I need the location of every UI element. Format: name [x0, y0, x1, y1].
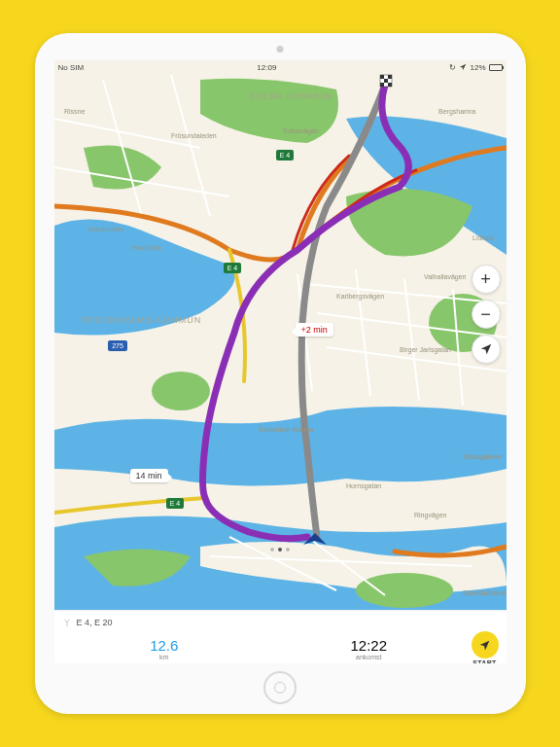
route-name: E 4, E 20: [77, 618, 113, 627]
alt-route-delta: +2 min: [301, 325, 328, 335]
svg-text:E 4: E 4: [169, 500, 180, 507]
svg-text:Årstaviken Marina: Årstaviken Marina: [259, 425, 313, 433]
plus-icon: +: [480, 269, 491, 290]
distance-block: 12.6 km: [62, 637, 267, 660]
status-bar: No SIM 12:09 ↻ 12%: [54, 60, 507, 74]
locate-button[interactable]: [472, 335, 501, 364]
svg-text:Bergshamra: Bergshamra: [438, 108, 475, 116]
map-canvas[interactable]: E 4 E 4 E 4 275 SOLNA KOMMUN STOCKHOLMS …: [54, 60, 507, 610]
best-route-callout[interactable]: 14 min: [130, 469, 168, 482]
svg-text:Birger Jarlsgatan: Birger Jarlsgatan: [400, 346, 451, 354]
svg-text:Ringvägen: Ringvägen: [414, 512, 447, 519]
eta-block: 12:22 ankomst: [266, 637, 472, 660]
svg-rect-4: [384, 79, 388, 83]
area-label-solna: SOLNA KOMMUN: [249, 91, 332, 101]
orientation-lock-icon: ↻: [449, 63, 456, 72]
battery-percent: 12%: [470, 63, 485, 72]
svg-text:Frösundaleden: Frösundaleden: [171, 132, 217, 139]
svg-text:Huvudsta: Huvudsta: [132, 244, 161, 251]
park-centerw: [152, 372, 210, 410]
svg-text:Stadsgården: Stadsgården: [463, 453, 502, 461]
park-seisland: [356, 573, 453, 608]
distance-value: 12.6: [150, 637, 178, 654]
svg-rect-2: [380, 75, 384, 79]
svg-text:E 4: E 4: [227, 265, 237, 271]
distance-unit: km: [159, 654, 168, 660]
svg-rect-5: [380, 83, 384, 87]
svg-text:Lidingö: Lidingö: [472, 234, 495, 242]
status-time: 12:09: [84, 63, 449, 72]
svg-text:Hundudden: Hundudden: [88, 226, 123, 232]
battery-icon: [489, 64, 503, 71]
panel-route-row[interactable]: E 4, E 20: [54, 611, 507, 631]
start-block: START: [472, 631, 499, 663]
best-route-time: 14 min: [136, 471, 162, 480]
sim-status: No SIM: [58, 63, 85, 72]
alt-route-callout[interactable]: +2 min: [296, 323, 333, 337]
screen: No SIM 12:09 ↻ 12%: [54, 60, 507, 663]
svg-rect-6: [388, 83, 392, 87]
svg-rect-3: [388, 75, 392, 79]
svg-text:Rissne: Rissne: [64, 108, 86, 115]
zoom-in-button[interactable]: +: [472, 265, 501, 294]
svg-text:Hornsgatan: Hornsgatan: [346, 482, 381, 490]
map-svg: E 4 E 4 E 4 275 SOLNA KOMMUN STOCKHOLMS …: [54, 60, 507, 610]
home-button[interactable]: [263, 671, 297, 704]
start-label: START: [472, 659, 496, 663]
bottom-panel: E 4, E 20 12.6 km 12:22 ankomst START: [54, 610, 507, 663]
start-button[interactable]: [472, 631, 499, 658]
svg-text:Valhallavägen: Valhallavägen: [424, 273, 467, 281]
svg-text:275: 275: [112, 342, 123, 349]
status-right: ↻ 12%: [449, 63, 502, 72]
navigation-arrow-icon: [478, 639, 491, 652]
eta-label: ankomst: [356, 654, 381, 660]
eta-value: 12:22: [350, 637, 387, 654]
location-services-icon: [459, 63, 467, 71]
svg-text:Skanstullsbron: Skanstullsbron: [463, 589, 507, 596]
svg-text:Solnavägen: Solnavägen: [283, 127, 319, 135]
page-indicator: [270, 548, 290, 551]
svg-text:E 4: E 4: [279, 152, 290, 159]
destination-flag-icon: [380, 75, 392, 87]
tablet-frame: No SIM 12:09 ↻ 12%: [35, 33, 526, 714]
area-label-stockholm: STOCKHOLMS KOMMUN: [82, 315, 201, 325]
route-fork-icon: [62, 614, 72, 631]
location-arrow-icon: [479, 342, 493, 356]
map-controls: + −: [472, 265, 501, 364]
camera-dot: [277, 46, 284, 53]
zoom-out-button[interactable]: −: [472, 300, 501, 329]
minus-icon: −: [480, 304, 491, 325]
svg-text:Karlbergsvägen: Karlbergsvägen: [336, 293, 384, 301]
